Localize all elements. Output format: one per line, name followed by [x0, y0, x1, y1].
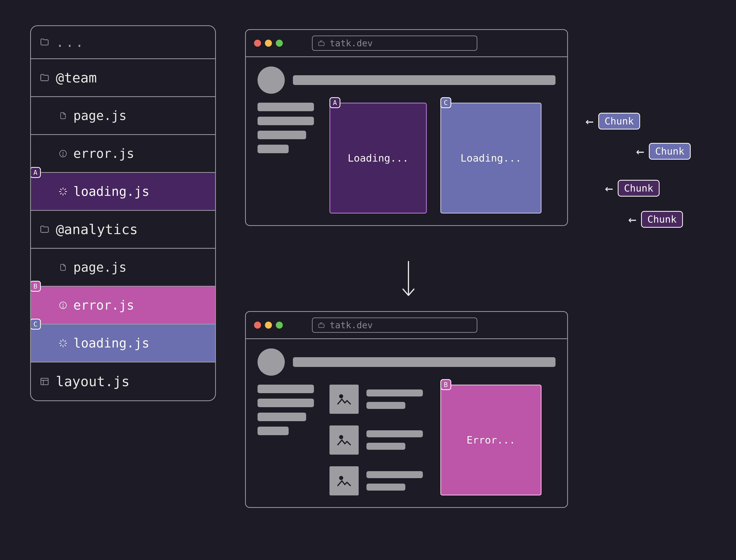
skeleton-line	[257, 131, 306, 139]
tree-file-error-analytics[interactable]: B error.js	[31, 287, 215, 325]
minimize-icon[interactable]	[265, 322, 272, 329]
arrow-left-icon: ←	[586, 113, 594, 129]
arrow-left-icon: ←	[605, 180, 613, 196]
tree-label: @team	[56, 70, 97, 86]
list-item	[329, 385, 423, 414]
spinner-icon	[58, 187, 68, 196]
traffic-lights	[254, 40, 283, 47]
skeleton-line	[257, 117, 314, 125]
svg-line-20	[60, 345, 61, 346]
address-bar[interactable]: tatk.dev	[312, 318, 477, 333]
svg-point-26	[340, 395, 343, 398]
page-sidebar-skeleton	[257, 103, 316, 213]
diagram-stage: ... @team page.js error.js A loadi	[0, 0, 736, 560]
address-bar[interactable]: tatk.dev	[312, 36, 477, 51]
tree-file-page-team[interactable]: page.js	[31, 97, 215, 135]
image-placeholder-icon	[329, 425, 359, 455]
browser-window-result: tatk.dev	[245, 311, 568, 508]
skeleton-line	[257, 385, 314, 393]
tree-folder-team[interactable]: @team	[31, 59, 215, 97]
page-hero	[257, 67, 556, 94]
svg-line-9	[60, 193, 61, 194]
skeleton-lines	[366, 389, 423, 409]
skeleton-line	[257, 399, 314, 407]
error-card-b: B Error...	[440, 385, 542, 495]
tree-folder-analytics[interactable]: @analytics	[31, 211, 215, 249]
layout-icon	[39, 377, 50, 386]
tree-label: error.js	[73, 298, 134, 312]
file-icon	[58, 111, 68, 120]
tree-label: loading.js	[73, 336, 149, 350]
svg-line-5	[60, 189, 61, 190]
folder-icon	[39, 37, 50, 47]
svg-line-21	[65, 340, 66, 341]
arrow-left-icon: ←	[636, 143, 644, 159]
tree-file-loading-analytics[interactable]: C loading.js	[31, 325, 215, 362]
maximize-icon[interactable]	[276, 40, 283, 47]
skeleton-line	[257, 145, 289, 153]
close-icon[interactable]	[254, 40, 261, 47]
tree-label: layout.js	[56, 374, 129, 389]
svg-point-2	[63, 155, 63, 156]
card-text: Error...	[467, 434, 515, 446]
error-icon	[58, 301, 68, 310]
chunk-tag-indigo-2: ← Chunk	[636, 143, 691, 160]
badge-a-icon: A	[329, 97, 340, 108]
svg-line-6	[65, 193, 66, 194]
maximize-icon[interactable]	[276, 322, 283, 329]
tree-file-loading-team[interactable]: A loading.js	[31, 173, 215, 211]
tree-label: page.js	[73, 108, 127, 123]
lock-icon	[318, 321, 325, 329]
list-item	[329, 425, 423, 455]
chunk-label: Chunk	[649, 143, 691, 160]
skeleton-line	[257, 103, 314, 111]
chunk-label: Chunk	[598, 113, 640, 129]
tree-file-page-analytics[interactable]: page.js	[31, 249, 215, 287]
folder-icon	[39, 224, 50, 235]
tree-label: error.js	[73, 146, 134, 161]
content-list	[329, 385, 423, 495]
avatar-placeholder	[257, 348, 285, 376]
svg-line-17	[65, 345, 66, 346]
address-url: tatk.dev	[330, 320, 373, 330]
image-placeholder-icon	[329, 466, 359, 495]
chunk-label: Chunk	[641, 211, 683, 228]
chunk-tag-indigo-1: ← Chunk	[586, 113, 640, 129]
loading-card-c: C Loading...	[440, 103, 542, 213]
svg-point-13	[63, 307, 63, 307]
badge-b-icon: B	[440, 379, 451, 390]
chunk-tag-purple-2: ← Chunk	[628, 211, 683, 228]
tree-file-layout[interactable]: layout.js	[31, 362, 215, 400]
browser-body-top: A Loading... C Loading...	[246, 57, 567, 225]
title-skeleton	[293, 357, 556, 367]
chunk-label: Chunk	[618, 180, 660, 197]
card-text: Loading...	[347, 152, 409, 164]
browser-body-bottom: B Error...	[246, 339, 567, 507]
close-icon[interactable]	[254, 322, 261, 329]
traffic-lights	[254, 322, 283, 329]
tree-root-dots: ...	[56, 34, 85, 50]
tree-label: @analytics	[56, 221, 138, 237]
spinner-icon	[58, 339, 68, 348]
chunk-tag-purple-1: ← Chunk	[605, 180, 660, 197]
address-url: tatk.dev	[330, 38, 373, 48]
list-item	[329, 466, 423, 495]
file-tree-panel: ... @team page.js error.js A loadi	[30, 25, 216, 401]
title-skeleton	[293, 75, 556, 85]
tree-file-error-team[interactable]: error.js	[31, 135, 215, 173]
badge-c-icon: C	[440, 97, 451, 108]
image-placeholder-icon	[329, 385, 359, 414]
skeleton-line	[257, 427, 289, 435]
skeleton-lines	[366, 471, 423, 491]
skeleton-line	[257, 413, 306, 421]
minimize-icon[interactable]	[265, 40, 272, 47]
badge-c-icon: C	[30, 319, 41, 330]
browser-chrome: tatk.dev	[246, 312, 567, 339]
tree-label: loading.js	[73, 184, 149, 199]
svg-line-16	[60, 340, 61, 341]
svg-point-28	[340, 477, 343, 479]
page-sidebar-skeleton	[257, 385, 316, 495]
folder-icon	[39, 73, 50, 83]
browser-chrome: tatk.dev	[246, 30, 567, 57]
loading-card-a: A Loading...	[329, 103, 427, 213]
